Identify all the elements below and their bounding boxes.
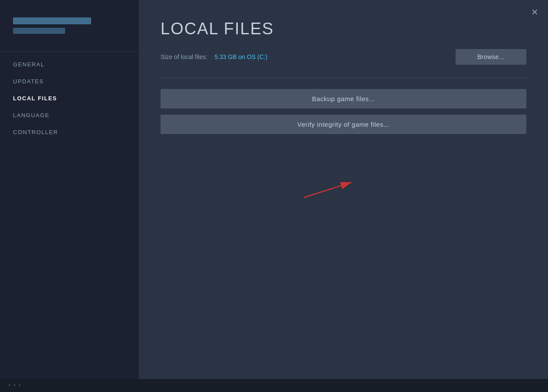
game-title-blurred xyxy=(13,17,91,24)
sidebar: GENERAL UPDATES LOCAL FILES LANGUAGE CON… xyxy=(0,0,139,392)
browse-button[interactable]: Browse... xyxy=(456,49,526,65)
sidebar-item-local-files[interactable]: LOCAL FILES xyxy=(0,90,139,107)
verify-button[interactable]: Verify integrity of game files... xyxy=(161,115,526,134)
svg-line-1 xyxy=(304,182,351,198)
sidebar-item-language[interactable]: LANGUAGE xyxy=(0,107,139,124)
dialog: GENERAL UPDATES LOCAL FILES LANGUAGE CON… xyxy=(0,0,548,392)
game-subtitle-blurred xyxy=(13,28,65,34)
sidebar-divider xyxy=(0,51,139,52)
file-size-label: Size of local files: xyxy=(161,53,207,60)
file-size-row: Size of local files: 5.33 GB on OS (C:) … xyxy=(161,49,526,65)
arrow-annotation xyxy=(295,169,364,206)
sidebar-item-general[interactable]: GENERAL xyxy=(0,56,139,73)
sidebar-item-controller[interactable]: CONTROLLER xyxy=(0,124,139,141)
game-title-block xyxy=(0,9,139,47)
backup-button[interactable]: Backup game files... xyxy=(161,89,526,109)
main-content: ✕ LOCAL FILES Size of local files: 5.33 … xyxy=(139,0,548,392)
close-button[interactable]: ✕ xyxy=(531,8,538,16)
page-title: LOCAL FILES xyxy=(161,20,526,38)
divider-line xyxy=(161,78,526,78)
bottom-bar-dots: • • • xyxy=(9,382,21,389)
bottom-bar: • • • xyxy=(0,379,548,392)
file-size-value: 5.33 GB on OS (C:) xyxy=(214,53,267,60)
sidebar-item-updates[interactable]: UPDATES xyxy=(0,73,139,90)
